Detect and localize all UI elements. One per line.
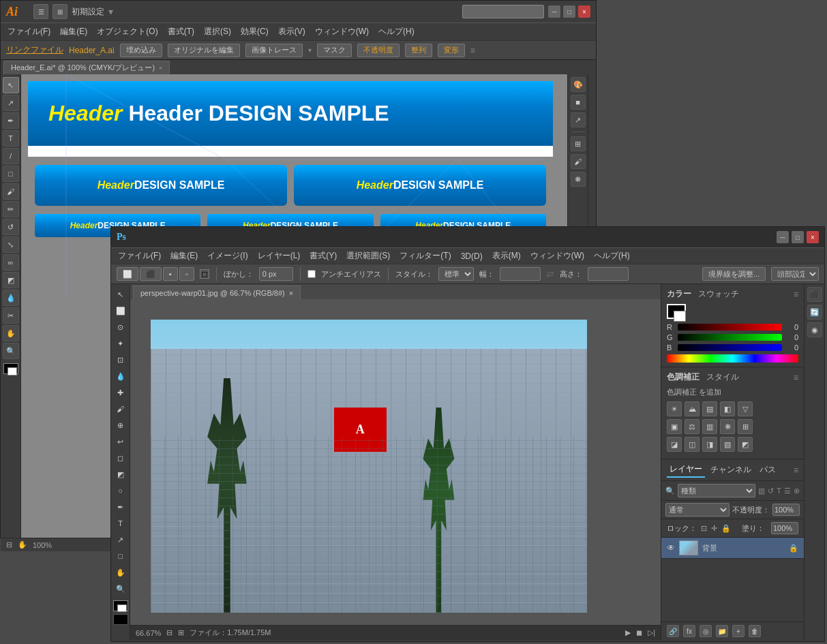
ai-menu-type[interactable]: 書式(T)	[164, 25, 198, 39]
ai-preset-arrow[interactable]: ▾	[108, 6, 113, 17]
ps-step-icon[interactable]: ▷|	[648, 628, 655, 637]
ps-clone-tool[interactable]: ⊕	[113, 418, 128, 433]
ai-eyedropper-tool[interactable]: 💧	[3, 290, 19, 306]
ps-menu-select[interactable]: 選択範囲(S)	[342, 249, 394, 263]
ps-lock-pixels-icon[interactable]: ⊡	[701, 524, 707, 533]
ai-symbol-icon[interactable]: ❋	[571, 172, 586, 187]
ai-swatches-icon[interactable]: ■	[571, 95, 586, 110]
ps-adj-brightness-icon[interactable]: ☀	[667, 401, 682, 416]
ai-more-options-icon[interactable]: ≡	[470, 46, 475, 55]
ai-grid-icon[interactable]: ⊞	[571, 136, 586, 151]
ps-shape-tool[interactable]: □	[113, 549, 128, 564]
ai-transform-button[interactable]: 変形	[438, 44, 465, 57]
ps-lasso-tool[interactable]: ⊙	[113, 320, 128, 335]
ps-opacity-input[interactable]	[772, 504, 800, 516]
ps-menu-layer[interactable]: レイヤー(L)	[254, 249, 305, 263]
ps-move-tool[interactable]: ↖	[113, 287, 128, 302]
ps-channels-tab[interactable]: チャンネル	[708, 463, 754, 477]
ps-menu-help[interactable]: ヘルプ(H)	[590, 249, 634, 263]
ai-line-tool[interactable]: /	[3, 148, 19, 164]
ps-adj-exposure-icon[interactable]: ▤	[702, 401, 717, 416]
ps-menu-type[interactable]: 書式(Y)	[305, 249, 341, 263]
ps-menu-view[interactable]: 表示(M)	[488, 249, 525, 263]
ps-layer-type-filter[interactable]: 種類	[678, 484, 755, 497]
ai-fg-color[interactable]	[3, 363, 18, 374]
ai-zoom-tool[interactable]: 🔍	[3, 343, 19, 359]
ps-adj-bw-icon[interactable]: ▣	[667, 419, 682, 434]
ps-adj-photo-filter-icon[interactable]: ▥	[702, 419, 717, 434]
ai-menu-help[interactable]: ヘルプ(H)	[374, 25, 419, 39]
ps-blur-input[interactable]	[259, 267, 293, 281]
ps-dodge-tool[interactable]: ○	[113, 483, 128, 498]
ps-rect-mode-icon[interactable]: ◻	[200, 269, 209, 279]
ps-fg-color[interactable]	[113, 600, 128, 611]
ps-r-slider[interactable]	[678, 324, 782, 331]
ai-tab-close-button[interactable]: ×	[159, 65, 162, 72]
ps-delete-layer-button[interactable]: 🗑	[749, 625, 761, 637]
ps-layers-tab[interactable]: レイヤー	[667, 462, 705, 478]
ps-antialias-checkbox[interactable]	[307, 270, 316, 278]
ai-share-icon[interactable]: ↗	[571, 112, 586, 127]
ps-layer-filter-icon3[interactable]: T	[777, 487, 781, 495]
ps-styles-tab[interactable]: スタイル	[706, 371, 739, 383]
ps-maximize-button[interactable]: □	[792, 231, 804, 243]
ps-layers-panel-menu-icon[interactable]: ≡	[794, 465, 798, 475]
ps-eraser-tool[interactable]: ◻	[113, 450, 128, 465]
ps-menu-3d[interactable]: 3D(D)	[457, 250, 487, 262]
ai-scissors-tool[interactable]: ✂	[3, 307, 19, 324]
ps-minimize-button[interactable]: ─	[777, 231, 789, 243]
ps-heal-tool[interactable]: ✚	[113, 385, 128, 400]
ps-document-tab[interactable]: perspective-warp01.jpg @ 66.7% (RGB/8#) …	[133, 286, 301, 299]
ps-layer-filter-icon4[interactable]: ☰	[784, 487, 791, 495]
ps-play-icon[interactable]: ▶	[625, 628, 631, 637]
ps-add-mask-button[interactable]: ◎	[700, 625, 712, 637]
ps-style-select[interactable]: 標準	[438, 267, 474, 281]
ps-adj-curves-icon[interactable]: ⛰	[685, 401, 700, 416]
ai-select-tool[interactable]: ↖	[3, 77, 19, 93]
ai-direct-select-tool[interactable]: ↗	[3, 95, 19, 111]
ps-color-panel-menu-icon[interactable]: ≡	[794, 290, 798, 299]
ps-width-input[interactable]	[500, 267, 541, 281]
ai-close-button[interactable]: ×	[578, 5, 590, 18]
ai-icon1[interactable]: ☰	[33, 4, 48, 19]
ps-adj-threshold-icon[interactable]: ◨	[702, 437, 717, 452]
ps-height-input[interactable]	[588, 267, 629, 281]
ps-tab-close[interactable]: ×	[289, 289, 293, 297]
ps-menu-window[interactable]: ウィンドウ(W)	[526, 249, 588, 263]
ps-rect-select-tool[interactable]: ⬜	[113, 303, 128, 318]
ai-btn-left[interactable]: Header DESIGN SAMPLE	[35, 165, 287, 206]
ai-link-file2[interactable]: Header_A.ai	[69, 46, 115, 55]
ai-menu-object[interactable]: オブジェクト(O)	[93, 25, 162, 39]
ps-hand-tool[interactable]: ✋	[113, 565, 128, 580]
ps-adj-posterize-icon[interactable]: ◫	[685, 437, 700, 452]
ai-link-file1[interactable]: リンクファイル	[6, 44, 63, 56]
ps-adj-panel-menu-icon[interactable]: ≡	[794, 373, 798, 382]
ps-layer-row-1[interactable]: 👁 背景 🔒	[661, 538, 804, 559]
ai-menu-edit[interactable]: 編集(E)	[56, 25, 91, 39]
ai-menu-window[interactable]: ウィンドウ(W)	[311, 25, 373, 39]
ps-new-selection-button[interactable]: ⬜	[117, 267, 138, 281]
ai-gradient-tool[interactable]: ◩	[3, 272, 19, 288]
ps-panel-icon-1[interactable]: ⬛	[807, 287, 822, 302]
ai-type-tool[interactable]: T	[3, 130, 19, 147]
ps-canvas[interactable]: A	[130, 299, 661, 625]
ps-fg-color-swatch[interactable]	[667, 304, 686, 319]
ai-menu-select[interactable]: 選択(S)	[200, 25, 235, 39]
ps-history-brush-tool[interactable]: ↩	[113, 434, 128, 449]
ps-layer-filter-icon2[interactable]: ↺	[768, 487, 774, 495]
ai-embed-button[interactable]: 埋め込み	[120, 44, 162, 57]
ps-layer-eye-icon[interactable]: 👁	[667, 543, 675, 553]
ps-lock-all-icon[interactable]: 🔒	[721, 524, 731, 533]
ai-bg-color[interactable]	[7, 367, 17, 375]
ai-hand-tool[interactable]: ✋	[3, 325, 19, 341]
ps-new-group-button[interactable]: 📁	[716, 625, 728, 637]
ps-pen-tool[interactable]: ✒	[113, 500, 128, 515]
ps-g-slider[interactable]	[678, 334, 782, 341]
ps-gradient-tool[interactable]: ◩	[113, 467, 128, 482]
ps-preset-select[interactable]: 頭部設定	[771, 267, 819, 281]
ai-maximize-button[interactable]: □	[563, 5, 575, 18]
ps-refine-edge-button[interactable]: 境界線を調整...	[702, 267, 766, 281]
ai-menu-view[interactable]: 表示(V)	[274, 25, 310, 39]
ai-minimize-button[interactable]: ─	[548, 5, 560, 18]
ps-menu-file[interactable]: ファイル(F)	[114, 249, 165, 263]
